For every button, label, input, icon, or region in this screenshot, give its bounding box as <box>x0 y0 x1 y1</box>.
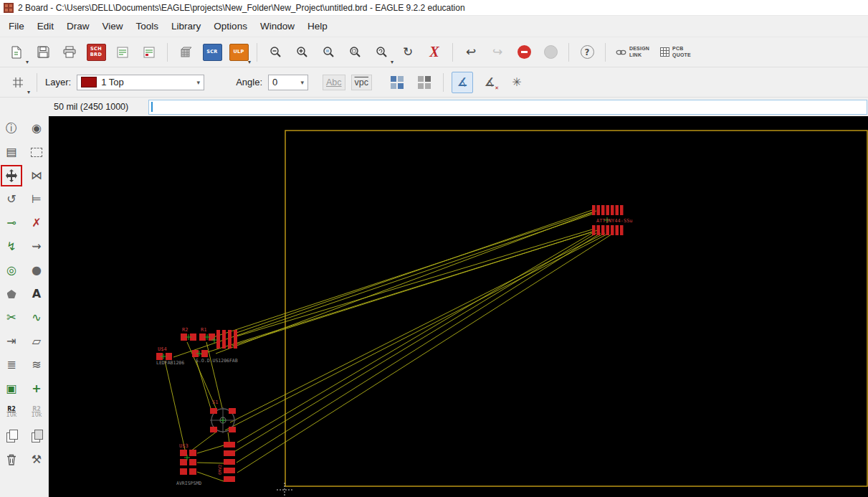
airwire[interactable] <box>237 233 614 473</box>
spark-button[interactable]: ✳ <box>506 72 528 93</box>
component-R2[interactable]: R2 <box>181 327 196 341</box>
pad[interactable] <box>224 442 235 448</box>
dimension-angle-button[interactable]: ∡ <box>452 72 473 93</box>
split-icon[interactable]: ✂ <box>1 308 22 328</box>
info-icon[interactable]: ⓘ <box>1 118 22 138</box>
pad[interactable] <box>189 450 196 456</box>
copy-icon[interactable] <box>1 426 22 446</box>
airwire[interactable] <box>214 211 596 337</box>
polygon-icon[interactable] <box>1 284 22 304</box>
component-S1[interactable]: S1 <box>210 399 236 433</box>
pad[interactable] <box>210 408 217 414</box>
pad[interactable] <box>234 330 237 349</box>
pad[interactable] <box>606 205 610 215</box>
component-U$4[interactable]: U$4LEDFAB1206 <box>156 346 184 366</box>
group-icon[interactable] <box>27 142 47 162</box>
refresh-button[interactable]: ↻ <box>397 42 419 63</box>
pad[interactable] <box>180 468 187 475</box>
open-board-button[interactable]: ▾ <box>6 42 27 63</box>
fabrication-button[interactable] <box>175 42 196 63</box>
pad[interactable] <box>611 225 614 235</box>
zoom-redraw-button[interactable]: ▾ <box>371 42 392 63</box>
pad[interactable] <box>229 427 236 432</box>
replace-icon[interactable]: ▣ <box>1 379 22 399</box>
menu-help[interactable]: Help <box>301 19 334 34</box>
component-U$3[interactable]: U$3AVRISPSMD <box>176 443 201 486</box>
redo-button[interactable]: ↪ <box>487 42 508 63</box>
airwire[interactable] <box>197 445 224 453</box>
route-alt-icon[interactable]: ⇝ <box>27 237 47 257</box>
pad[interactable] <box>597 225 601 235</box>
design-link-button[interactable]: DESIGNLINK <box>613 46 652 57</box>
paste-icon[interactable] <box>27 426 47 446</box>
menu-edit[interactable]: Edit <box>31 19 60 34</box>
menu-view[interactable]: View <box>96 19 130 34</box>
airwire[interactable] <box>228 432 229 442</box>
pad[interactable] <box>229 408 236 414</box>
menu-library[interactable]: Library <box>165 19 207 34</box>
pad[interactable] <box>620 205 624 215</box>
add-icon[interactable]: + <box>27 379 47 399</box>
pad[interactable] <box>620 225 624 235</box>
component-R1[interactable]: R1 <box>199 327 215 341</box>
pad[interactable] <box>180 450 187 456</box>
pad[interactable] <box>180 459 187 465</box>
airwire[interactable] <box>196 361 212 413</box>
menu-draw[interactable]: Draw <box>60 19 96 34</box>
airwire[interactable] <box>216 212 593 354</box>
board-drawing[interactable]: ATTINY44-SSuR2R1U$4LEDFAB1206S.O.D.US120… <box>49 116 868 497</box>
command-input[interactable] <box>148 100 867 115</box>
cam-processor-button[interactable] <box>138 42 160 63</box>
zoom-in-button[interactable] <box>291 42 313 63</box>
menu-window[interactable]: Window <box>254 19 301 34</box>
component-LED-ARRAY[interactable] <box>211 330 237 349</box>
airwire[interactable] <box>233 233 596 453</box>
stop-button[interactable] <box>513 42 535 63</box>
menu-file[interactable]: File <box>2 19 31 34</box>
via-icon[interactable]: ◎ <box>1 260 22 280</box>
mirror-icon[interactable]: ⋈ <box>27 166 47 186</box>
board-outline[interactable] <box>285 131 867 486</box>
pcb-quote-button[interactable]: PCBQUOTE <box>657 46 694 57</box>
component-J1[interactable]: 6MV2 <box>217 442 235 482</box>
cam-sheet-button[interactable] <box>112 42 133 63</box>
split-window-alt-button[interactable] <box>414 72 435 93</box>
mark-icon[interactable]: ⊨ <box>27 189 47 209</box>
airwire[interactable] <box>165 361 185 450</box>
airwire[interactable] <box>191 432 216 451</box>
airwire[interactable] <box>201 230 598 354</box>
pad[interactable] <box>210 427 217 432</box>
cancel-x-button[interactable]: X <box>424 42 445 63</box>
ratsnest-icon[interactable]: ≣ <box>1 355 22 375</box>
help-button[interactable]: ? <box>576 42 598 63</box>
component-ATTINY44[interactable]: ATTINY44-SSu <box>592 205 633 235</box>
circle-icon[interactable]: ● <box>27 260 47 280</box>
scr-button[interactable]: SCR <box>201 42 223 63</box>
save-button[interactable] <box>32 42 54 63</box>
board-canvas[interactable]: ATTINY44-SSuR2R1U$4LEDFAB1206S.O.D.US120… <box>49 116 868 497</box>
zoom-out-button[interactable] <box>264 42 286 63</box>
ripup-icon[interactable]: ✗ <box>27 213 47 233</box>
menu-tools[interactable]: Tools <box>130 19 166 34</box>
layer-select[interactable]: 1 Top ▾ <box>77 75 204 90</box>
pad[interactable] <box>601 225 605 235</box>
pad[interactable] <box>224 468 235 473</box>
zoom-fit-button[interactable] <box>318 42 339 63</box>
meander-icon[interactable]: ∿ <box>27 308 47 328</box>
rotate-icon[interactable]: ↺ <box>1 189 22 209</box>
pad[interactable] <box>597 205 601 215</box>
vpc-button[interactable]: vpc <box>351 75 372 90</box>
zoom-select-button[interactable] <box>344 42 366 63</box>
miter-icon[interactable]: ⇥ <box>1 331 22 351</box>
wire-icon[interactable]: ⊸ <box>1 213 22 233</box>
show-icon[interactable]: ◉ <box>27 118 47 138</box>
move-icon[interactable] <box>1 166 22 186</box>
pad[interactable] <box>228 330 232 349</box>
grid-button[interactable]: ▾ <box>7 72 29 93</box>
pad[interactable] <box>224 450 235 456</box>
go-button[interactable] <box>540 42 561 63</box>
display-layers-icon[interactable]: ▤ <box>1 142 22 162</box>
airwire[interactable] <box>237 233 601 463</box>
pad[interactable] <box>592 205 596 215</box>
pad[interactable] <box>616 225 619 235</box>
